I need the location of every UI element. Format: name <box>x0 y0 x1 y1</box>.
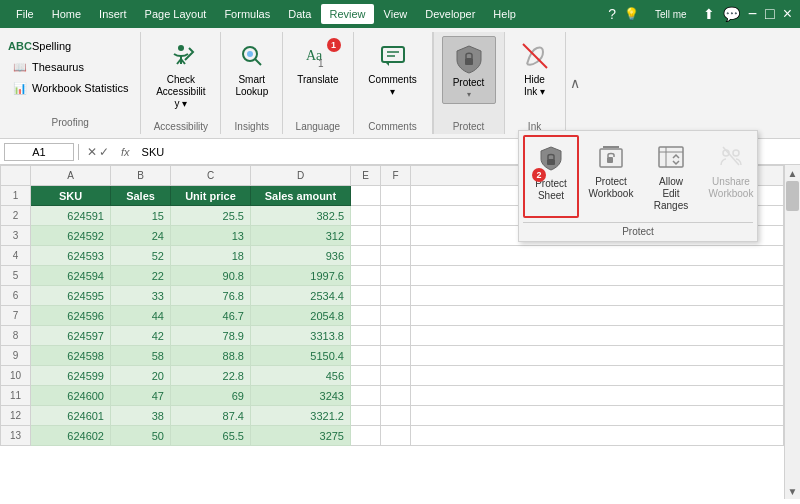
scroll-thumb[interactable] <box>786 181 799 211</box>
table-cell[interactable]: 58 <box>111 346 171 366</box>
empty-cell[interactable] <box>351 306 381 326</box>
table-cell[interactable]: 624596 <box>31 306 111 326</box>
table-cell[interactable]: 38 <box>111 406 171 426</box>
table-cell[interactable]: 13 <box>171 226 251 246</box>
tell-me-icon[interactable]: 💡 <box>624 7 639 21</box>
hide-ink-button[interactable]: HideInk ▾ <box>513 36 557 102</box>
confirm-formula-icon[interactable]: ✓ <box>99 145 109 159</box>
menu-home[interactable]: Home <box>44 4 89 24</box>
col-header-b[interactable]: B <box>111 166 171 186</box>
table-cell[interactable]: 88.8 <box>171 346 251 366</box>
menu-insert[interactable]: Insert <box>91 4 135 24</box>
table-cell[interactable]: 20 <box>111 366 171 386</box>
table-cell[interactable]: 25.5 <box>171 206 251 226</box>
empty-cell[interactable] <box>351 246 381 266</box>
table-cell[interactable]: 624595 <box>31 286 111 306</box>
table-cell[interactable]: 42 <box>111 326 171 346</box>
table-cell[interactable]: 18 <box>171 246 251 266</box>
table-cell[interactable]: 2054.8 <box>251 306 351 326</box>
cell-reference-input[interactable] <box>4 143 74 161</box>
protect-button[interactable]: Protect ▾ <box>442 36 496 104</box>
empty-cell[interactable] <box>351 326 381 346</box>
check-accessibility-button[interactable]: CheckAccessibility ▾ <box>150 36 212 114</box>
help-icon[interactable]: ? <box>608 6 616 22</box>
table-cell[interactable]: Sales amount <box>251 186 351 206</box>
table-cell[interactable]: 65.5 <box>171 426 251 446</box>
table-cell[interactable]: 624594 <box>31 266 111 286</box>
menu-developer[interactable]: Developer <box>417 4 483 24</box>
empty-cell[interactable] <box>381 366 411 386</box>
comments-button[interactable]: Comments ▾ <box>362 36 424 102</box>
empty-cell[interactable] <box>351 366 381 386</box>
empty-cell[interactable] <box>351 186 381 206</box>
empty-cell[interactable] <box>381 426 411 446</box>
table-cell[interactable]: SKU <box>31 186 111 206</box>
table-cell[interactable]: 5150.4 <box>251 346 351 366</box>
table-cell[interactable]: 624599 <box>31 366 111 386</box>
cancel-formula-icon[interactable]: ✕ <box>87 145 97 159</box>
workbook-stats-button[interactable]: 📊 Workbook Statistics <box>8 78 132 98</box>
table-cell[interactable]: 47 <box>111 386 171 406</box>
empty-cell[interactable] <box>351 386 381 406</box>
empty-cell[interactable] <box>381 266 411 286</box>
smart-lookup-button[interactable]: SmartLookup <box>229 36 274 102</box>
col-header-a[interactable]: A <box>31 166 111 186</box>
menu-page-layout[interactable]: Page Layout <box>137 4 215 24</box>
table-cell[interactable]: 22.8 <box>171 366 251 386</box>
scroll-down-button[interactable]: ▼ <box>785 483 801 499</box>
menu-review[interactable]: Review <box>321 4 373 24</box>
menu-view[interactable]: View <box>376 4 416 24</box>
table-cell[interactable]: 1997.6 <box>251 266 351 286</box>
empty-cell[interactable] <box>381 206 411 226</box>
empty-cell[interactable] <box>351 406 381 426</box>
table-cell[interactable]: 624592 <box>31 226 111 246</box>
table-cell[interactable]: Unit price <box>171 186 251 206</box>
empty-cell[interactable] <box>351 346 381 366</box>
col-header-c[interactable]: C <box>171 166 251 186</box>
table-cell[interactable]: 78.9 <box>171 326 251 346</box>
empty-cell[interactable] <box>381 406 411 426</box>
table-cell[interactable]: 76.8 <box>171 286 251 306</box>
empty-cell[interactable] <box>381 326 411 346</box>
table-cell[interactable]: 312 <box>251 226 351 246</box>
table-cell[interactable]: 46.7 <box>171 306 251 326</box>
empty-cell[interactable] <box>381 186 411 206</box>
col-header-f[interactable]: F <box>381 166 411 186</box>
table-cell[interactable]: 456 <box>251 366 351 386</box>
restore-icon[interactable]: □ <box>765 5 775 23</box>
menu-tell-me[interactable]: Tell me <box>647 5 695 24</box>
table-cell[interactable]: 24 <box>111 226 171 246</box>
table-cell[interactable]: 2534.4 <box>251 286 351 306</box>
empty-cell[interactable] <box>351 266 381 286</box>
table-cell[interactable]: 33 <box>111 286 171 306</box>
table-cell[interactable]: 52 <box>111 246 171 266</box>
comment-icon[interactable]: 💬 <box>723 6 740 22</box>
table-cell[interactable]: 44 <box>111 306 171 326</box>
share-icon[interactable]: ⬆ <box>703 6 715 22</box>
empty-cell[interactable] <box>381 286 411 306</box>
table-cell[interactable]: 3313.8 <box>251 326 351 346</box>
empty-cell[interactable] <box>381 306 411 326</box>
col-header-d[interactable]: D <box>251 166 351 186</box>
translate-button[interactable]: Aa 1 1 Translate <box>291 36 344 90</box>
empty-cell[interactable] <box>351 226 381 246</box>
vertical-scrollbar[interactable]: ▲ ▼ <box>784 165 800 499</box>
scroll-track[interactable] <box>785 181 800 483</box>
empty-cell[interactable] <box>351 426 381 446</box>
menu-file[interactable]: File <box>8 4 42 24</box>
table-cell[interactable]: 624591 <box>31 206 111 226</box>
table-cell[interactable]: 90.8 <box>171 266 251 286</box>
table-cell[interactable]: 3275 <box>251 426 351 446</box>
table-cell[interactable]: 3243 <box>251 386 351 406</box>
table-cell[interactable]: 624600 <box>31 386 111 406</box>
table-cell[interactable]: 3321.2 <box>251 406 351 426</box>
table-cell[interactable]: 87.4 <box>171 406 251 426</box>
table-cell[interactable]: 624598 <box>31 346 111 366</box>
empty-cell[interactable] <box>381 386 411 406</box>
table-cell[interactable]: 624593 <box>31 246 111 266</box>
col-header-e[interactable]: E <box>351 166 381 186</box>
minimize-icon[interactable]: − <box>748 5 757 23</box>
table-cell[interactable]: 22 <box>111 266 171 286</box>
empty-cell[interactable] <box>351 206 381 226</box>
table-cell[interactable]: 69 <box>171 386 251 406</box>
